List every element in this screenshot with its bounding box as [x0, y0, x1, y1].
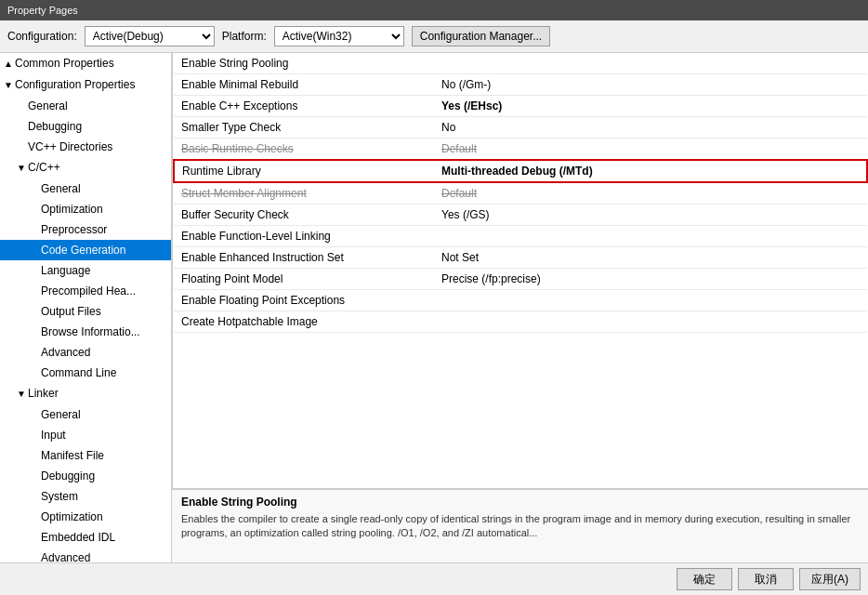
table-row[interactable]: Basic Runtime ChecksDefault: [174, 139, 867, 161]
tree-item-linker-opt[interactable]: Optimization: [0, 507, 171, 527]
tree-item-precompiled[interactable]: Precompiled Hea...: [0, 281, 171, 301]
tree-label-config-props: Configuration Properties: [15, 78, 135, 91]
tree-label-system: System: [41, 490, 78, 503]
prop-name: Enable Enhanced Instruction Set: [174, 247, 434, 269]
title-bar: Property Pages: [0, 0, 868, 20]
main-area: ▲Common Properties▼Configuration Propert…: [0, 53, 868, 562]
table-row[interactable]: Runtime LibraryMulti-threaded Debug (/MT…: [174, 160, 867, 182]
bottom-bar: 确定 取消 应用(A): [0, 562, 868, 595]
title-text: Property Pages: [7, 5, 78, 16]
cancel-button[interactable]: 取消: [738, 568, 794, 590]
tree-label-vcpp-dirs: VC++ Directories: [28, 140, 112, 153]
tree-item-manifest[interactable]: Manifest File: [0, 445, 171, 466]
tree-item-config-props[interactable]: ▼Configuration Properties: [0, 74, 171, 96]
prop-value: No: [434, 117, 867, 139]
content-panel: Enable String PoolingEnable Minimal Rebu…: [172, 53, 868, 562]
tree-label-debugging: Debugging: [28, 120, 82, 133]
prop-value: Default: [434, 139, 867, 161]
table-row[interactable]: Enable String Pooling: [174, 53, 867, 74]
config-label: Configuration:: [7, 30, 77, 43]
table-row[interactable]: Enable Function-Level Linking: [174, 226, 867, 247]
table-row[interactable]: Struct Member AlignmentDefault: [174, 182, 867, 205]
tree-label-preprocessor: Preprocessor: [41, 223, 107, 236]
table-row[interactable]: Floating Point ModelPrecise (/fp:precise…: [174, 269, 867, 290]
configuration-select[interactable]: Active(Debug): [85, 26, 215, 46]
prop-value: [434, 53, 867, 74]
table-row[interactable]: Enable Floating Point Exceptions: [174, 290, 867, 311]
config-row: Configuration: Active(Debug) Platform: A…: [0, 20, 868, 53]
prop-name: Buffer Security Check: [174, 205, 434, 226]
tree-label-manifest: Manifest File: [41, 449, 104, 462]
prop-name: Runtime Library: [174, 160, 434, 182]
tree-label-linker-adv: Advanced: [41, 551, 90, 562]
tree-panel: ▲Common Properties▼Configuration Propert…: [0, 53, 172, 562]
tree-item-browse-info[interactable]: Browse Informatio...: [0, 322, 171, 342]
tree-item-optimization[interactable]: Optimization: [0, 199, 171, 219]
description-panel: Enable String Pooling Enables the compil…: [172, 488, 868, 562]
tree-item-language[interactable]: Language: [0, 260, 171, 281]
tree-label-linker: Linker: [28, 387, 59, 400]
tree-item-linker-general[interactable]: General: [0, 404, 171, 425]
table-row[interactable]: Enable Minimal RebuildNo (/Gm-): [174, 74, 867, 96]
prop-value: Not Set: [434, 247, 867, 269]
expand-icon-config-props: ▼: [4, 77, 15, 94]
prop-name: Create Hotpatchable Image: [174, 311, 434, 333]
tree-item-cpp-general[interactable]: General: [0, 178, 171, 199]
prop-value: Yes (/GS): [434, 205, 867, 226]
prop-name: Basic Runtime Checks: [174, 139, 434, 161]
expand-icon-common-props: ▲: [4, 56, 15, 73]
table-row[interactable]: Buffer Security CheckYes (/GS): [174, 205, 867, 226]
tree-item-embedded-idl[interactable]: Embedded IDL: [0, 527, 171, 548]
prop-value: Precise (/fp:precise): [434, 269, 867, 290]
tree-label-general: General: [28, 99, 68, 112]
table-row[interactable]: Create Hotpatchable Image: [174, 311, 867, 333]
tree-label-cpp-general: General: [41, 182, 81, 195]
tree-label-optimization: Optimization: [41, 203, 103, 216]
tree-item-linker-debug[interactable]: Debugging: [0, 466, 171, 486]
tree-label-linker-input: Input: [41, 429, 66, 442]
tree-item-linker[interactable]: ▼Linker: [0, 383, 171, 404]
table-row[interactable]: Enable Enhanced Instruction SetNot Set: [174, 247, 867, 269]
prop-value: [434, 226, 867, 247]
config-manager-button[interactable]: Configuration Manager...: [412, 26, 550, 46]
tree-item-linker-input[interactable]: Input: [0, 425, 171, 445]
prop-value: [434, 290, 867, 311]
tree-item-debugging[interactable]: Debugging: [0, 116, 171, 137]
platform-label: Platform:: [222, 30, 267, 43]
apply-button[interactable]: 应用(A): [799, 568, 861, 590]
tree-label-browse-info: Browse Informatio...: [41, 325, 140, 338]
tree-item-cpp[interactable]: ▼C/C++: [0, 157, 171, 178]
tree-item-output-files[interactable]: Output Files: [0, 301, 171, 322]
tree-label-linker-debug: Debugging: [41, 469, 95, 483]
prop-name: Enable Function-Level Linking: [174, 226, 434, 247]
tree-label-common-props: Common Properties: [15, 57, 114, 70]
properties-table: Enable String PoolingEnable Minimal Rebu…: [172, 53, 868, 488]
tree-item-preprocessor[interactable]: Preprocessor: [0, 219, 171, 240]
tree-label-linker-general: General: [41, 408, 81, 421]
ok-button[interactable]: 确定: [677, 568, 732, 590]
tree-item-common-props[interactable]: ▲Common Properties: [0, 53, 171, 74]
prop-name: Smaller Type Check: [174, 117, 434, 139]
tree-label-cpp: C/C++: [28, 161, 60, 174]
desc-title: Enable String Pooling: [181, 496, 859, 509]
prop-name: Struct Member Alignment: [174, 182, 434, 205]
tree-label-code-gen: Code Generation: [41, 244, 125, 257]
tree-item-linker-adv[interactable]: Advanced: [0, 548, 171, 562]
tree-item-vcpp-dirs[interactable]: VC++ Directories: [0, 137, 171, 157]
prop-value: No (/Gm-): [434, 74, 867, 96]
table-row[interactable]: Smaller Type CheckNo: [174, 117, 867, 139]
tree-label-language: Language: [41, 264, 90, 277]
tree-item-advanced[interactable]: Advanced: [0, 342, 171, 363]
expand-icon-linker: ▼: [17, 386, 28, 403]
tree-item-system[interactable]: System: [0, 486, 171, 507]
tree-label-embedded-idl: Embedded IDL: [41, 531, 115, 544]
tree-item-general[interactable]: General: [0, 96, 171, 116]
prop-name: Floating Point Model: [174, 269, 434, 290]
tree-label-precompiled: Precompiled Hea...: [41, 284, 136, 298]
tree-item-code-gen[interactable]: Code Generation: [0, 240, 171, 260]
prop-value: Yes (/EHsc): [434, 96, 867, 117]
platform-select[interactable]: Active(Win32): [274, 26, 404, 46]
prop-value: Default: [434, 182, 867, 205]
table-row[interactable]: Enable C++ ExceptionsYes (/EHsc): [174, 96, 867, 117]
tree-item-cmdline[interactable]: Command Line: [0, 363, 171, 383]
